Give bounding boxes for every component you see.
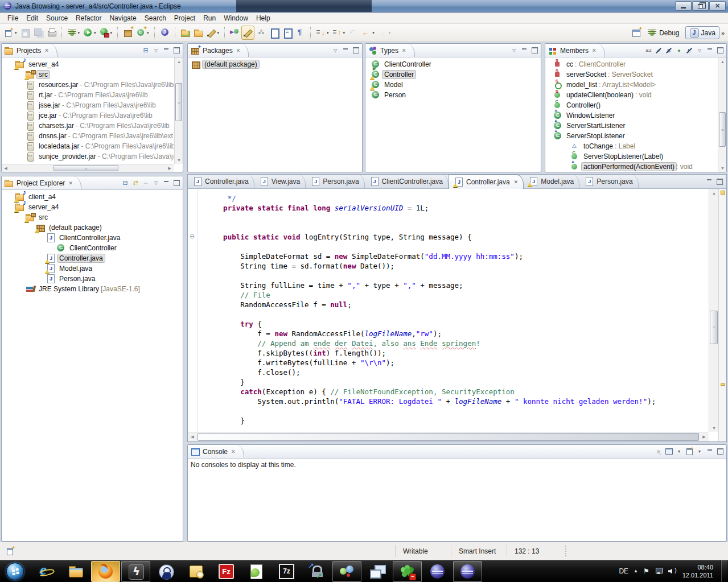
- editor-tab[interactable]: ClientController.java: [365, 175, 449, 188]
- dropdown-arrow-icon[interactable]: ▾: [343, 31, 346, 35]
- maximize-icon[interactable]: [172, 46, 181, 55]
- firefox[interactable]: [91, 561, 120, 582]
- next-annotation-button[interactable]: ▾: [314, 26, 331, 40]
- dropdown-arrow-icon[interactable]: ▾: [372, 31, 375, 35]
- open-type-button[interactable]: [179, 26, 192, 40]
- editor-overview-ruler[interactable]: [718, 189, 726, 441]
- dropdown-arrow-icon[interactable]: ▾: [15, 31, 17, 35]
- maximize-icon[interactable]: [351, 46, 360, 55]
- members-item[interactable]: Controller(): [545, 100, 717, 110]
- editor-tab[interactable]: View.java: [254, 175, 306, 188]
- menu-edit[interactable]: Edit: [22, 13, 42, 23]
- close-icon[interactable]: ✕: [402, 48, 406, 53]
- close-icon[interactable]: ✕: [44, 48, 49, 53]
- menu-project[interactable]: Project: [170, 13, 199, 23]
- project-explorer-tab[interactable]: Project Explorer ✕: [2, 176, 81, 189]
- types-item[interactable]: ClientController: [365, 59, 541, 69]
- editor-vertical-scrollbar[interactable]: ▲ ≡ ▼: [709, 189, 718, 432]
- menu-file[interactable]: File: [3, 13, 22, 23]
- menu-navigate[interactable]: Navigate: [105, 13, 140, 23]
- members-item[interactable]: serverSocket : ServerSocket: [545, 69, 717, 80]
- warning-marker[interactable]: [721, 191, 725, 195]
- tray-expand-icon[interactable]: ▲: [634, 568, 638, 573]
- start-button[interactable]: [1, 561, 30, 582]
- dropdown-arrow-icon[interactable]: ▾: [327, 31, 329, 35]
- debug-button[interactable]: ▾: [65, 26, 82, 40]
- editor-tab[interactable]: Controller.java✕: [449, 175, 524, 189]
- projects-item[interactable]: server_a4: [2, 59, 174, 69]
- hide-local-icon[interactable]: [685, 46, 694, 55]
- new-wizard-button[interactable]: ▾: [2, 26, 19, 40]
- view-menu-icon[interactable]: [151, 46, 161, 55]
- editor-horizontal-scrollbar[interactable]: ◀ ▶: [188, 432, 709, 441]
- open-type-hierarchy-button[interactable]: [228, 26, 241, 40]
- projects-item[interactable]: charsets.jar - C:\Program Files\Java\jre…: [2, 121, 174, 131]
- clock[interactable]: 08:40 12.01.2011: [682, 563, 715, 579]
- menu-run[interactable]: Run: [199, 13, 220, 23]
- view-menu-icon[interactable]: [695, 46, 704, 55]
- format-source-button[interactable]: [281, 26, 294, 40]
- volume-icon[interactable]: [668, 567, 677, 575]
- projects-horizontal-scrollbar[interactable]: ◀ ≡ ▶: [2, 164, 174, 172]
- warning-marker[interactable]: [721, 383, 725, 386]
- back-button[interactable]: ▾: [360, 26, 376, 40]
- maximize-icon[interactable]: [715, 177, 724, 186]
- projects-item[interactable]: dnsns.jar - C:\Program Files\Java\jre6\l…: [2, 131, 174, 141]
- minimize-icon[interactable]: [341, 46, 350, 55]
- members-item[interactable]: toChange : Label: [545, 141, 717, 151]
- search-button[interactable]: ▾: [205, 26, 221, 40]
- dropdown-arrow-icon[interactable]: ▾: [147, 31, 149, 35]
- new-java-package-button[interactable]: [121, 26, 134, 40]
- minimize-button[interactable]: [675, 1, 692, 11]
- dropdown-arrow-icon[interactable]: ▾: [78, 31, 80, 35]
- explorer-item[interactable]: (default package): [2, 222, 183, 233]
- internet-explorer[interactable]: [31, 561, 60, 582]
- restore-button[interactable]: [692, 1, 709, 11]
- show-desktop-button[interactable]: [721, 560, 727, 582]
- display-console-icon[interactable]: [664, 447, 673, 456]
- dropdown-arrow-icon[interactable]: ▾: [217, 31, 220, 35]
- remote-desktop[interactable]: [363, 561, 392, 582]
- show-source-button[interactable]: [268, 26, 281, 40]
- close-icon[interactable]: ✕: [514, 179, 519, 185]
- editor-tab[interactable]: Controller.java: [188, 175, 254, 188]
- previous-annotation-button[interactable]: ▾: [331, 26, 347, 40]
- projects-item[interactable]: rt.jar - C:\Program Files\Java\jre6\lib: [2, 90, 174, 100]
- close-button[interactable]: ✕: [709, 1, 726, 11]
- maximize-icon[interactable]: [715, 46, 725, 55]
- minimize-icon[interactable]: [705, 46, 714, 55]
- explorer-item[interactable]: Model.java: [2, 263, 183, 274]
- eclipse-window-1[interactable]: [423, 561, 452, 582]
- print-button[interactable]: [45, 26, 58, 40]
- code-editor[interactable]: */ private static final long serialVersi…: [198, 189, 709, 432]
- menu-refactor[interactable]: Refactor: [72, 13, 105, 23]
- menu-help[interactable]: Help: [252, 13, 274, 23]
- projects-item[interactable]: src: [2, 69, 174, 80]
- show-public-icon[interactable]: [674, 46, 684, 55]
- collapse-all-icon[interactable]: [141, 46, 150, 55]
- hide-static-icon[interactable]: [664, 46, 673, 55]
- keepass[interactable]: [151, 561, 180, 582]
- minimize-icon[interactable]: [162, 46, 171, 55]
- dropdown-arrow-icon[interactable]: ▾: [94, 31, 96, 35]
- filezilla[interactable]: Fz: [212, 561, 241, 582]
- link-editor-icon[interactable]: [131, 179, 140, 188]
- dropdown-arrow-icon[interactable]: ▾: [110, 31, 113, 35]
- eclipse-window-2[interactable]: [453, 561, 482, 582]
- minimize-icon[interactable]: [705, 447, 714, 456]
- minimize-icon[interactable]: [520, 46, 529, 55]
- java-scrapbook-button[interactable]: [158, 26, 171, 40]
- explorer-item[interactable]: Controller.java: [2, 253, 183, 263]
- members-view-tab[interactable]: Members ✕: [545, 44, 605, 57]
- link-with-editor-button[interactable]: [254, 26, 268, 40]
- view-menu-icon[interactable]: [331, 46, 340, 55]
- pin-console-icon[interactable]: [654, 447, 663, 456]
- members-item[interactable]: actionPerformed(ActionEvent) : void: [545, 162, 717, 172]
- minimize-icon[interactable]: [162, 179, 171, 188]
- fast-view-icon[interactable]: [6, 546, 15, 556]
- open-perspective-icon[interactable]: [632, 28, 641, 38]
- notepad-plus-plus[interactable]: [242, 561, 271, 582]
- dd[interactable]: [674, 447, 684, 456]
- menu-search[interactable]: Search: [141, 13, 170, 23]
- packages-item[interactable]: (default package): [188, 59, 362, 69]
